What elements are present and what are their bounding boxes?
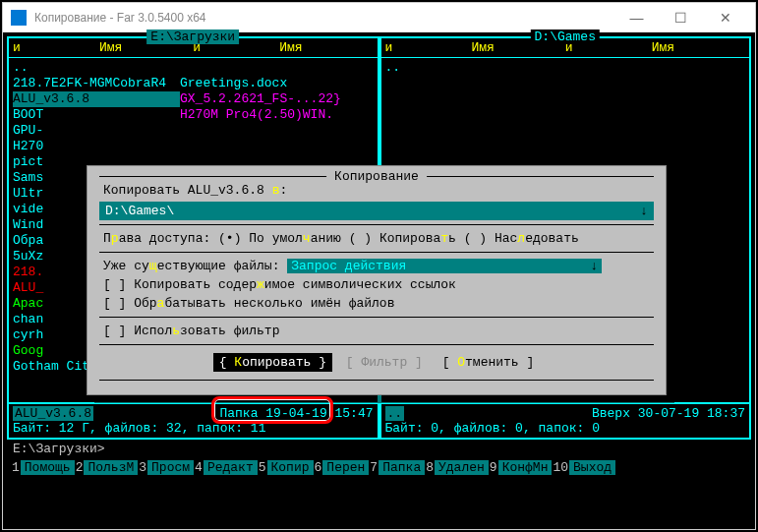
titlebar: Копирование - Far 3.0.5400 x64 — ☐ ✕ xyxy=(3,3,755,32)
left-stats: Байт: 12 Г, файлов: 32, папок: 11 xyxy=(13,421,374,436)
left-footer: ALU_v3.6.8 Папка 19-04-19 15:47 Байт: 12… xyxy=(9,402,378,438)
fkey-1[interactable]: 1Помощь xyxy=(11,460,75,475)
app-window: Копирование - Far 3.0.5400 x64 — ☐ ✕ E:\… xyxy=(2,2,756,530)
right-panel-title: D:\Games xyxy=(531,30,600,44)
window-title: Копирование - Far 3.0.5400 x64 xyxy=(34,11,614,25)
list-item[interactable]: 218.7E2FK-MGMCobraR4Greetings.docx xyxy=(13,76,374,91)
app-icon xyxy=(11,10,27,26)
left-folder-info: Папка 19-04-19 15:47 xyxy=(219,406,373,421)
list-item[interactable]: GPU- xyxy=(13,123,374,139)
right-footer: .. Вверх 30-07-19 18:37 Байт: 0, файлов:… xyxy=(381,402,750,438)
fkey-9[interactable]: 9КонфМн xyxy=(489,460,553,475)
fkey-3[interactable]: 3Просм xyxy=(138,460,194,475)
command-line[interactable]: E:\Загрузки> xyxy=(7,440,751,458)
list-item[interactable]: BOOTH270M Pro4(2.50)WIN. xyxy=(13,107,374,123)
existing-files-line[interactable]: Уже существующие файлы: Запрос действия↓ xyxy=(99,257,654,275)
list-item[interactable]: H270 xyxy=(13,139,374,154)
minimize-button[interactable]: — xyxy=(614,4,659,31)
function-keys-bar: 1Помощь2ПользМ3Просм4Редакт5Копир6Перен7… xyxy=(7,458,751,477)
fkey-10[interactable]: 10Выход xyxy=(552,460,615,475)
dialog-title: Копирование xyxy=(326,169,427,184)
use-filter-checkbox[interactable]: [ ] Использовать фильтр xyxy=(99,322,654,340)
right-selected: .. xyxy=(385,406,405,421)
copy-dialog: Копирование Копировать ALU_v3.6.8 в: D:\… xyxy=(87,165,667,395)
fkey-6[interactable]: 6Перен xyxy=(314,460,370,475)
fkey-7[interactable]: 7Папка xyxy=(369,460,425,475)
access-rights-line[interactable]: Права доступа: (•) По умолчанию ( ) Копи… xyxy=(99,229,654,248)
list-item[interactable]: .. xyxy=(385,60,746,76)
destination-input[interactable]: D:\Games\ ↓ xyxy=(99,202,654,220)
left-selected: ALU_v3.6.8 xyxy=(13,406,93,421)
cancel-button[interactable]: [ Отменить ] xyxy=(437,353,541,372)
multiname-checkbox[interactable]: [ ] Обрабатывать несколько имён файлов xyxy=(99,294,654,313)
dropdown-arrow-icon[interactable]: ↓ xyxy=(640,204,648,218)
terminal-area: E:\Загрузки и Имя и Имя ..218.7E2FK-MGMC… xyxy=(3,32,755,529)
fkey-5[interactable]: 5Копир xyxy=(258,460,314,475)
list-item[interactable]: .. xyxy=(13,60,374,76)
close-button[interactable]: ✕ xyxy=(703,4,747,31)
copy-button[interactable]: { Копировать } xyxy=(213,353,332,372)
right-folder-info: Вверх 30-07-19 18:37 xyxy=(592,406,745,421)
existing-action-dropdown[interactable]: Запрос действия↓ xyxy=(287,259,602,273)
list-item[interactable]: ALU_v3.6.8GX_5.2.2621_FS-...22} xyxy=(13,91,374,107)
fkey-8[interactable]: 8Удален xyxy=(425,460,489,475)
right-stats: Байт: 0, файлов: 0, папок: 0 xyxy=(385,421,746,436)
left-panel-title: E:\Загрузки xyxy=(146,30,239,44)
fkey-4[interactable]: 4Редакт xyxy=(194,460,258,475)
symlink-checkbox[interactable]: [ ] Копировать содержимое символических … xyxy=(99,275,654,294)
fkey-2[interactable]: 2ПользМ xyxy=(75,460,139,475)
filter-button[interactable]: [ Фильтр ] xyxy=(340,353,429,372)
dialog-buttons: { Копировать } [ Фильтр ] [ Отменить ] xyxy=(99,349,654,376)
maximize-button[interactable]: ☐ xyxy=(659,4,703,31)
right-file-list[interactable]: .. xyxy=(381,58,750,78)
